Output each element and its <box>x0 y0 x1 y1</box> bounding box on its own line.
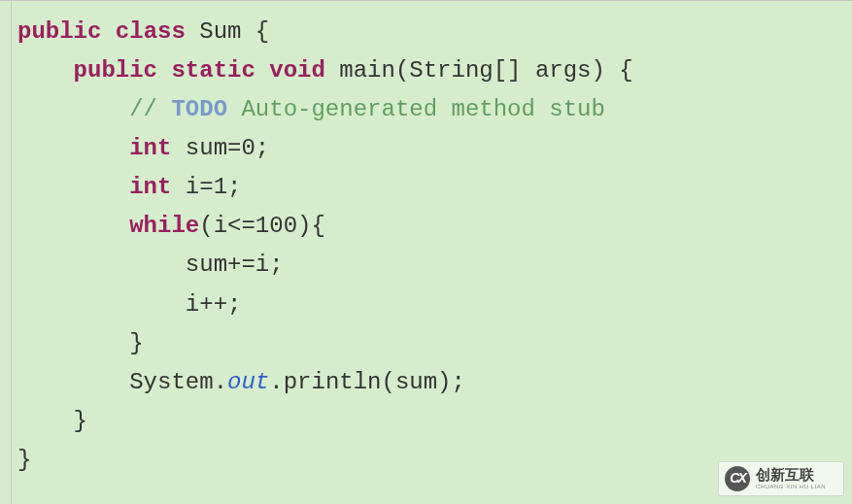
code-line: i++; <box>17 286 852 324</box>
keyword-while: while <box>129 213 199 239</box>
while-condition: (i<=100){ <box>199 213 325 239</box>
variable-declaration: i=1; <box>171 174 241 200</box>
line-gutter <box>0 1 12 504</box>
code-line: public static void main(String[] args) { <box>17 51 852 90</box>
keyword-void: void <box>269 57 325 84</box>
watermark-logo-icon: CX <box>725 466 750 491</box>
code-line: System.out.println(sum); <box>17 363 852 402</box>
watermark-sub-text: CHUANG XIN HU LIAN <box>756 484 826 490</box>
watermark-text: 创新互联 CHUANG XIN HU LIAN <box>756 467 826 489</box>
keyword-int: int <box>129 135 171 161</box>
comment-marker: // <box>129 96 171 122</box>
code-line: while(i<=100){ <box>17 207 852 246</box>
variable-declaration: sum=0; <box>171 135 269 161</box>
method-call: .println(sum); <box>269 369 465 395</box>
code-line: int i=1; <box>17 168 852 207</box>
method-signature: main(String[] args) { <box>325 57 633 84</box>
code-editor: public class Sum { public static void ma… <box>0 1 852 480</box>
todo-tag: TODO <box>171 96 227 122</box>
code-line: } <box>17 324 852 363</box>
keyword-int: int <box>129 174 171 200</box>
code-line: sum+=i; <box>17 246 852 285</box>
comment-text: Auto-generated method stub <box>227 96 605 122</box>
keyword-static: static <box>171 57 255 84</box>
code-line: } <box>17 402 852 441</box>
keyword-public: public <box>74 57 157 84</box>
code-line: // TODO Auto-generated method stub <box>17 90 852 129</box>
code-line: int sum=0; <box>17 129 852 168</box>
keyword-public: public <box>17 18 101 45</box>
watermark-main-text: 创新互联 <box>756 467 826 484</box>
keyword-class: class <box>116 18 186 45</box>
static-field-out: out <box>227 369 269 395</box>
class-name: Sum { <box>186 18 269 45</box>
watermark-badge: CX 创新互联 CHUANG XIN HU LIAN <box>718 461 844 496</box>
code-line: public class Sum { <box>17 13 852 51</box>
